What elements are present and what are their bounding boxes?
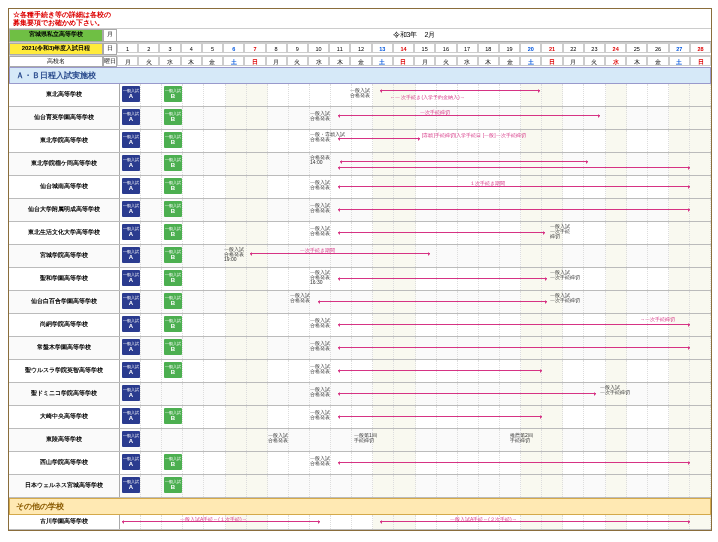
day-of-week: 日 [393,56,414,66]
period-label: 一般入試A手続←(１次手続)→ [180,516,247,522]
day-of-week: 日 [244,56,265,66]
timeline: 一般入試A一般入試B一般入試合格発表 [120,406,711,428]
school-row: 宮城学院高等学校一般入試A一般入試B一般入試合格発表19:00一次手続き期間 [9,245,711,268]
day-number: 6 [223,43,244,53]
school-row: 仙台城南高等学校一般入試A一般入試B一般入試合格発表１次手続き期間 [9,176,711,199]
timeline: 一般入試A一般入試B一般入試合格発表→一次手続締切 [120,314,711,336]
school-name: 聖ウルスラ学院英智高等学校 [9,360,120,382]
event-label: 一般第1回手続締切 [354,433,377,443]
day-number: 26 [647,43,668,53]
event-label: 一般入試合格発表 [268,433,288,443]
timeline: 一般入試A手続←(１次手続)→一般入試A手続←(２次手続)→ [120,515,711,529]
day-of-week: 月 [563,56,584,66]
timeline: 一般入試A一般入試B一般入試合格発表16:30一般入試一次手続締切 [120,268,711,290]
day-number: 21 [541,43,562,53]
day-number: 1 [117,43,138,53]
day-of-week: 木 [329,56,350,66]
event-label: 一般入試一次手続締切 [550,270,580,280]
event-label: 一般入試合格発表16:30 [310,270,330,285]
exam-a-badge: 一般入試A [122,339,140,355]
period-arrow [338,393,596,394]
school-row: 古川学園高等学校一般入試A手続←(１次手続)→一般入試A手続←(２次手続)→ [9,515,711,530]
timeline: 一般入試A一般入試合格発表一般第1回手続締切推薦第2回手続締切 [120,429,711,451]
exam-a-badge: 一般入試A [122,109,140,125]
header-row-2: 2021(令和3)年度入試日程 日 1234567891011121314151… [9,42,711,54]
day-number: 11 [329,43,350,53]
exam-b-badge: 一般入試B [164,477,182,493]
timeline: 一般入試A一般入試B一般・専願入試合格発表[専願]手続締切(入学手続日 [一般]… [120,130,711,152]
exam-b-badge: 一般入試B [164,247,182,263]
schools-grid: 東北高等学校一般入試A一般入試B一般入試合格発表←一 次手続き(入学予約金納入)… [9,84,711,498]
school-row: 東北学院高等学校一般入試A一般入試B一般・専願入試合格発表[専願]手続締切(入学… [9,130,711,153]
day-number: 19 [499,43,520,53]
day-number: 15 [414,43,435,53]
day-of-week: 月 [414,56,435,66]
timeline: 一般入試A一般入試B一般入試合格発表一次手続締切 [120,107,711,129]
day-of-week: 土 [223,56,244,66]
school-name: 仙台育英学園高等学校 [9,107,120,129]
day-numbers-row: 1234567891011121314151617181920212223242… [117,43,711,53]
school-name: 仙台大学附属明成高等学校 [9,199,120,221]
school-name: 大崎中央高等学校 [9,406,120,428]
timeline: 一般入試A一般入試B一般入試合格発表一般入試一次手続締切 [120,291,711,313]
day-of-week: 水 [159,56,180,66]
day-number: 24 [605,43,626,53]
day-number: 3 [159,43,180,53]
timeline: 一般入試A一般入試B一般入試合格発表 [120,452,711,474]
exam-a-badge: 一般入試A [122,178,140,194]
period-arrow [250,253,430,254]
period-arrow [338,347,690,348]
exam-a-badge: 一般入試A [122,477,140,493]
timeline: 一般入試A一般入試合格発表一般入試一次手続締切 [120,383,711,405]
exam-a-badge: 一般入試A [122,293,140,309]
day-of-week: 木 [478,56,499,66]
day-number: 8 [266,43,287,53]
hdr-month-label: 月 [103,29,117,42]
period-arrow [338,370,542,371]
event-label: 一般入試一次手続締切 [550,224,570,239]
hdr-school-label: 高校名 [9,56,103,67]
school-name: 東陵高等学校 [9,429,120,451]
school-name: 聖ドミニコ学院高等学校 [9,383,120,405]
day-number: 7 [244,43,265,53]
day-number: 27 [669,43,690,53]
exam-b-badge: 一般入試B [164,178,182,194]
period-label: 一次手続き期間 [300,247,335,253]
exam-b-badge: 一般入試B [164,339,182,355]
section-ab-header: Ａ・Ｂ日程入試実施校 [9,67,711,84]
school-name: 東北高等学校 [9,84,120,106]
event-label: 一般入試合格発表 [310,226,330,236]
school-row: 聖ウルスラ学院英智高等学校一般入試A一般入試B一般入試合格発表 [9,360,711,383]
timeline: 一般入試A一般入試B一般入試合格発表 [120,199,711,221]
period-arrow [338,462,690,463]
exam-b-badge: 一般入試B [164,362,182,378]
school-name: 聖和学園高等学校 [9,268,120,290]
school-row: 聖和学園高等学校一般入試A一般入試B一般入試合格発表16:30一般入試一次手続締… [9,268,711,291]
event-label: 一般入試合格発表 [310,203,330,213]
event-label: 一般入試一次手続締切 [550,293,580,303]
event-label: 一般入試合格発表 [310,387,330,397]
period-label: [専願]手続締切(入学手続日 [一般]一次手続締切 [422,132,526,138]
event-label: 一般入試合格発表 [310,456,330,466]
school-row: 仙台大学附属明成高等学校一般入試A一般入試B一般入試合格発表 [9,199,711,222]
exam-a-badge: 一般入試A [122,132,140,148]
exam-b-badge: 一般入試B [164,86,182,102]
day-number: 23 [584,43,605,53]
schedule-document: ☆各種手続き等の詳細は各校の 募集要項でお確かめ下さい。 宮城県私立高等学校 月… [8,8,712,531]
school-name: 古川学園高等学校 [9,515,120,529]
exam-a-badge: 一般入試A [122,86,140,102]
period-arrow [380,90,540,91]
period-arrow [340,161,588,162]
timeline: 一般入試A一般入試B一般入試合格発表 [120,360,711,382]
timeline: 一般入試A一般入試B一般入試合格発表一般入試一次手続締切 [120,222,711,244]
school-row: 東北生活文化大学高等学校一般入試A一般入試B一般入試合格発表一般入試一次手続締切 [9,222,711,245]
school-row: 仙台育英学園高等学校一般入試A一般入試B一般入試合格発表一次手続締切 [9,107,711,130]
school-name: 常盤木学園高等学校 [9,337,120,359]
hdr-era: 令和3年 2月 [117,29,711,42]
day-number: 12 [350,43,371,53]
school-row: 西山学院高等学校一般入試A一般入試B一般入試合格発表 [9,452,711,475]
exam-a-badge: 一般入試A [122,431,140,447]
day-of-week: 火 [435,56,456,66]
period-label: １次手続き期間 [470,180,505,186]
day-of-week-row: 月火水木金土日月火水木金土日月火水木金土日月火水木金土日 [117,56,711,66]
